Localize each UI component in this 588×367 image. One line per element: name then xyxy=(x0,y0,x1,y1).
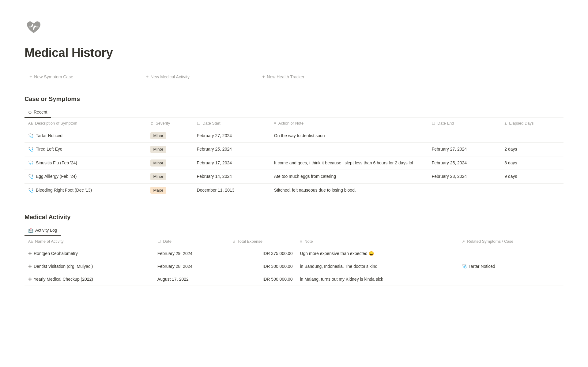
new-symptom-case-label: New Symptom Case xyxy=(34,74,73,79)
related-case-cell: 🩺Tartar Noticed xyxy=(458,260,564,273)
symptom-row[interactable]: 🩺 Tartar Noticed Minor February 27, 2024… xyxy=(24,129,564,143)
note-cell: It come and goes, i think it because i s… xyxy=(270,156,428,170)
note-cell: Ate too much eggs from catering xyxy=(270,170,428,184)
activity-log-tab-icon: 🏥 xyxy=(28,227,33,234)
expense-cell: IDR 300,000.00 xyxy=(229,260,296,273)
elapsed-days-cell: 9 days xyxy=(501,170,564,184)
symptom-row-icon: 🩺 xyxy=(28,187,33,193)
symptom-row[interactable]: 🩺 Sinusitis Flu (Feb '24) Minor February… xyxy=(24,156,564,170)
symptom-name: Tired Left Eye xyxy=(36,146,62,152)
date-start-cell: February 14, 2024 xyxy=(193,170,270,184)
recent-tab[interactable]: ⊙ Recent xyxy=(24,107,51,118)
symptom-name: Egg Alllergy (Feb '24) xyxy=(36,173,77,180)
activity-row-icon: ✚ xyxy=(28,250,32,257)
activity-tab-bar: 🏥 Activity Log xyxy=(24,225,564,236)
date-end-cell: February 25, 2024 xyxy=(428,156,501,170)
severity-badge: Minor xyxy=(150,146,167,153)
new-symptom-case-button[interactable]: + New Symptom Case xyxy=(24,72,141,82)
activity-name: Yearly Medical Checkup (2022) xyxy=(34,276,93,283)
activity-row-icon: ✚ xyxy=(28,263,32,270)
col-total-expense: # Total Expense xyxy=(229,236,296,247)
severity-cell: Minor xyxy=(147,143,193,156)
col-related-case: ↗ Related Symptoms / Case xyxy=(458,236,564,247)
symptoms-tab-bar: ⊙ Recent xyxy=(24,107,564,118)
symptom-name: Tartar Noticed xyxy=(36,133,62,139)
activity-name-cell: ✚ Rontgen Cephalometry xyxy=(24,247,154,260)
date-end-cell xyxy=(428,129,501,143)
col-severity: ⊙ Severity xyxy=(147,118,193,129)
related-case-cell xyxy=(458,273,564,286)
activity-note-cell: Ugh more expensive than expected 😄 xyxy=(296,247,458,260)
activity-table: Aa Name of Activity ☐ Date # Total Expen… xyxy=(24,236,564,286)
activity-note-cell: in Malang, turns out my Kidney is kinda … xyxy=(296,273,458,286)
activity-row-icon: ✚ xyxy=(28,276,32,283)
symptom-row-icon: 🩺 xyxy=(28,173,33,180)
activity-name: Dentist Visitation (drg. Mulyadi) xyxy=(34,263,93,270)
activity-log-tab[interactable]: 🏥 Activity Log xyxy=(24,225,61,236)
page-icon xyxy=(24,18,564,39)
activity-section: Medical Activity 🏥 Activity Log Aa Name … xyxy=(24,212,564,286)
symptom-row[interactable]: 🩺 Tired Left Eye Minor February 25, 2024… xyxy=(24,143,564,156)
activity-date-cell: August 17, 2022 xyxy=(154,273,229,286)
date-start-cell: February 25, 2024 xyxy=(193,143,270,156)
note-cell: Stitched, felt nauseous due to losing bl… xyxy=(270,183,428,197)
activity-row[interactable]: ✚ Yearly Medical Checkup (2022) August 1… xyxy=(24,273,564,286)
symptom-row-icon: 🩺 xyxy=(28,146,33,152)
activity-row[interactable]: ✚ Rontgen Cephalometry February 29, 2024… xyxy=(24,247,564,260)
col-date-start: ☐ Date Start xyxy=(193,118,270,129)
recent-tab-label: Recent xyxy=(34,109,47,115)
related-case-name: Tartar Noticed xyxy=(469,263,495,270)
elapsed-days-cell xyxy=(501,129,564,143)
activity-log-tab-label: Activity Log xyxy=(35,227,57,234)
elapsed-days-cell xyxy=(501,183,564,197)
severity-badge: Minor xyxy=(150,159,167,167)
severity-cell: Minor xyxy=(147,156,193,170)
symptom-row-icon: 🩺 xyxy=(28,160,33,166)
note-cell xyxy=(270,143,428,156)
new-medical-activity-label: New Medical Activity xyxy=(150,74,190,79)
symptoms-section-title: Case or Symptoms xyxy=(24,94,564,103)
date-start-cell: February 27, 2024 xyxy=(193,129,270,143)
new-medical-activity-button[interactable]: + New Medical Activity xyxy=(141,72,257,82)
activity-note-cell: in Bandung, Indonesia. The doctor's kind xyxy=(296,260,458,273)
severity-badge: Minor xyxy=(150,132,167,140)
date-end-cell xyxy=(428,183,501,197)
activity-row[interactable]: ✚ Dentist Visitation (drg. Mulyadi) Febr… xyxy=(24,260,564,273)
col-elapsed-days: Σ Elapsed Days xyxy=(501,118,564,129)
symptom-name-cell: 🩺 Tired Left Eye xyxy=(24,143,147,156)
activity-name-cell: ✚ Yearly Medical Checkup (2022) xyxy=(24,273,154,286)
date-end-cell: February 27, 2024 xyxy=(428,143,501,156)
activity-date-cell: February 28, 2024 xyxy=(154,260,229,273)
related-case-cell xyxy=(458,247,564,260)
symptoms-table-header: Aa Description of Symptom ⊙ Severity ☐ D… xyxy=(24,118,564,129)
elapsed-days-cell: 8 days xyxy=(501,156,564,170)
new-health-tracker-button[interactable]: + New Health Tracker xyxy=(257,72,374,82)
date-end-cell: February 23, 2024 xyxy=(428,170,501,184)
symptom-name: Bleeding Right Foot (Dec '13) xyxy=(36,187,92,193)
severity-badge: Major xyxy=(150,187,167,194)
col-action-note: ≡ Action or Note xyxy=(270,118,428,129)
plus-icon-1: + xyxy=(29,74,32,80)
page-title: Medical History xyxy=(24,43,564,62)
activity-date-cell: February 29, 2024 xyxy=(154,247,229,260)
new-health-tracker-label: New Health Tracker xyxy=(267,74,304,79)
activity-name-cell: ✚ Dentist Visitation (drg. Mulyadi) xyxy=(24,260,154,273)
recent-tab-icon: ⊙ xyxy=(28,109,32,115)
symptom-row[interactable]: 🩺 Egg Alllergy (Feb '24) Minor February … xyxy=(24,170,564,184)
date-start-cell: December 11, 2013 xyxy=(193,183,270,197)
symptoms-section: Case or Symptoms ⊙ Recent Aa Description… xyxy=(24,94,564,197)
symptom-name-cell: 🩺 Tartar Noticed xyxy=(24,129,147,143)
activity-table-header: Aa Name of Activity ☐ Date # Total Expen… xyxy=(24,236,564,247)
col-activity-name: Aa Name of Activity xyxy=(24,236,154,247)
symptom-name-cell: 🩺 Sinusitis Flu (Feb '24) xyxy=(24,156,147,170)
date-start-cell: February 17, 2024 xyxy=(193,156,270,170)
activity-name: Rontgen Cephalometry xyxy=(34,250,78,257)
symptom-name-cell: 🩺 Egg Alllergy (Feb '24) xyxy=(24,170,147,184)
activity-section-title: Medical Activity xyxy=(24,212,564,222)
symptom-row[interactable]: 🩺 Bleeding Right Foot (Dec '13) Major De… xyxy=(24,183,564,197)
expense-cell: IDR 375,000.00 xyxy=(229,247,296,260)
symptom-name: Sinusitis Flu (Feb '24) xyxy=(36,160,77,166)
note-cell: On the way to dentist soon xyxy=(270,129,428,143)
col-date-end: ☐ Date End xyxy=(428,118,501,129)
col-note: ≡ Note xyxy=(296,236,458,247)
